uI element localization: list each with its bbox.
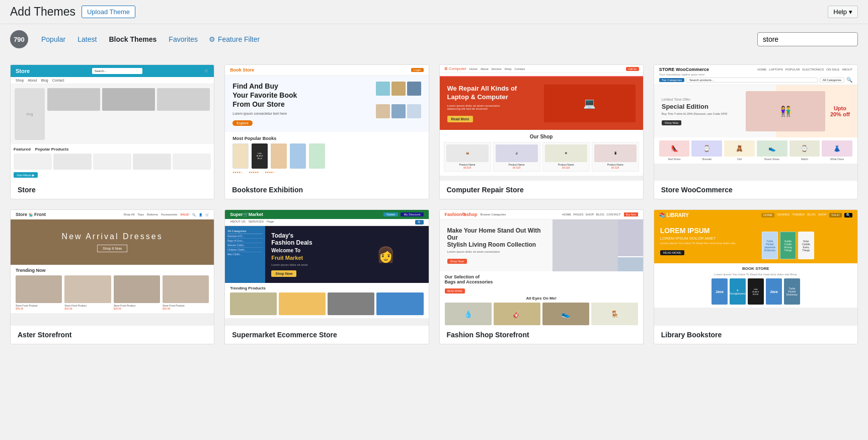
- themes-nav: 790 Popular Latest Block Themes Favorite…: [0, 24, 868, 54]
- theme-screenshot-store: Store Search... 🛒 ShopAboutBlogContact i…: [11, 65, 214, 181]
- header-left: Add Themes Upload Theme: [10, 5, 135, 19]
- theme-name-fashion: Fashion Shop Storefront: [440, 326, 643, 344]
- tab-latest[interactable]: Latest: [72, 32, 102, 46]
- feature-filter[interactable]: ⚙ Feature Filter: [209, 35, 260, 43]
- theme-card-store[interactable]: Store Search... 🛒 ShopAboutBlogContact i…: [10, 64, 214, 199]
- theme-card-supermarket[interactable]: Super🛒Market Twitter My Discount ABOUT U…: [224, 209, 429, 344]
- tab-block-themes[interactable]: Block Themes: [104, 32, 162, 46]
- search-input[interactable]: [757, 32, 858, 46]
- theme-screenshot-supermarket: Super🛒Market Twitter My Discount ABOUT U…: [225, 210, 428, 326]
- theme-count-badge: 790: [10, 30, 28, 48]
- theme-card-fashion[interactable]: Fashion🛍shop Browse Categories HOMEPAGES…: [439, 209, 644, 344]
- page-header: Add Themes Upload Theme Help ▾: [0, 0, 868, 24]
- tab-favorites[interactable]: Favorites: [164, 32, 203, 46]
- theme-name-library: Library Bookstore: [654, 326, 857, 344]
- theme-name-bookstore: Bookstore Exhibition: [225, 181, 428, 199]
- gear-icon: ⚙: [209, 35, 215, 43]
- theme-name-woo: Store WooCommerce: [654, 181, 857, 199]
- theme-screenshot-aster: Store 🏪 Front Shop AllTopsBottomsAccesso…: [11, 210, 214, 326]
- theme-screenshot-woo: STORE WooCommerce HOMELAPTOPSPOPULARELEC…: [654, 65, 857, 181]
- help-label: Help: [833, 8, 847, 16]
- help-chevron-icon: ▾: [849, 8, 852, 16]
- upload-theme-button[interactable]: Upload Theme: [82, 6, 135, 18]
- theme-card-library[interactable]: 📚 LIBRARY HOME GENRESTHEMESBLOGSHOP SALE…: [654, 209, 858, 344]
- theme-screenshot-computer: 🖥 Computer HomeAboutServiceShopContact C…: [440, 65, 643, 181]
- theme-name-store: Store: [11, 181, 214, 199]
- theme-screenshot-bookstore: Book Store Login Find And BuyYour Favori…: [225, 65, 428, 181]
- nav-tabs: Popular Latest Block Themes Favorites ⚙ …: [36, 32, 260, 46]
- themes-grid: Store Search... 🛒 ShopAboutBlogContact i…: [0, 54, 868, 354]
- theme-card-computer-repair[interactable]: 🖥 Computer HomeAboutServiceShopContact C…: [439, 64, 644, 199]
- theme-screenshot-library: 📚 LIBRARY HOME GENRESTHEMESBLOGSHOP SALE…: [654, 210, 857, 326]
- theme-screenshot-fashion: Fashion🛍shop Browse Categories HOMEPAGES…: [440, 210, 643, 326]
- page-title: Add Themes: [10, 5, 75, 19]
- help-button[interactable]: Help ▾: [828, 6, 858, 18]
- theme-name-aster: Aster Storefront: [11, 326, 214, 344]
- tab-popular[interactable]: Popular: [36, 32, 70, 46]
- theme-card-bookstore[interactable]: Book Store Login Find And BuyYour Favori…: [224, 64, 429, 199]
- search-wrap: [757, 32, 858, 46]
- theme-name-supermarket: Supermarket Ecommerce Store: [225, 326, 428, 344]
- theme-card-woocommerce[interactable]: STORE WooCommerce HOMELAPTOPSPOPULARELEC…: [654, 64, 858, 199]
- theme-name-computer: Computer Repair Store: [440, 181, 643, 199]
- theme-card-aster[interactable]: Store 🏪 Front Shop AllTopsBottomsAccesso…: [10, 209, 214, 344]
- feature-filter-label: Feature Filter: [218, 35, 260, 43]
